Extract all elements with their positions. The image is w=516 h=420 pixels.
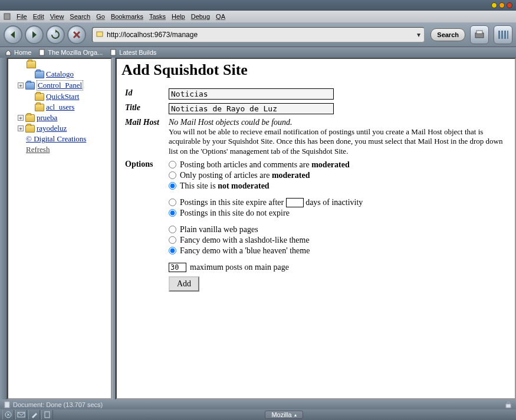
expand-icon[interactable]: + xyxy=(18,125,24,131)
urlbar-container: ▾ xyxy=(92,27,425,42)
folder-icon xyxy=(25,82,35,90)
tree-root[interactable] xyxy=(9,60,110,69)
throbber-icon xyxy=(497,28,510,41)
maxposts-input[interactable] xyxy=(169,263,186,272)
svg-rect-9 xyxy=(507,31,508,39)
radio-expire-days[interactable] xyxy=(169,199,176,206)
window-titlebar xyxy=(0,0,516,11)
svg-rect-12 xyxy=(5,402,9,408)
tree-item-control-panel[interactable]: + Control_Panel xyxy=(9,80,110,91)
radio-theme-blueheaven[interactable] xyxy=(169,247,176,254)
page-icon xyxy=(4,401,11,408)
add-button[interactable]: Add xyxy=(169,276,199,292)
close-button[interactable] xyxy=(507,2,512,8)
tree-item-acl-users[interactable]: acl_users xyxy=(9,102,110,113)
back-icon xyxy=(8,30,18,39)
radio-mod-articles[interactable] xyxy=(169,171,176,179)
reload-icon xyxy=(50,29,61,40)
svg-rect-3 xyxy=(97,32,103,37)
navigation-toolbar: ▾ Search xyxy=(0,22,516,47)
reload-button[interactable] xyxy=(46,25,65,44)
svg-rect-13 xyxy=(506,404,511,408)
folder-icon xyxy=(25,114,35,122)
form-table: Id Title Mail Host No Mail Host objects … xyxy=(121,86,510,294)
forward-icon xyxy=(29,30,39,39)
tree-item-prueba[interactable]: + prueba xyxy=(9,113,110,123)
tree-item-quickstart[interactable]: QuickStart xyxy=(9,91,110,102)
menu-search[interactable]: Search xyxy=(70,13,90,20)
expand-icon[interactable]: + xyxy=(18,115,24,121)
menu-bookmarks[interactable]: Bookmarks xyxy=(111,13,143,20)
home-bookmark[interactable]: Home xyxy=(2,49,34,56)
menubar: File Edit View Search Go Bookmarks Tasks… xyxy=(0,11,516,22)
minimize-button[interactable] xyxy=(491,2,497,8)
menu-go[interactable]: Go xyxy=(96,13,105,20)
radio-no-expire[interactable] xyxy=(169,209,176,217)
search-button[interactable]: Search xyxy=(430,28,465,41)
print-button[interactable] xyxy=(470,25,489,44)
menu-qa[interactable]: QA xyxy=(216,13,225,20)
home-icon xyxy=(5,49,12,56)
tasks-mozilla-button[interactable]: Mozilla xyxy=(265,411,303,419)
menu-tasks[interactable]: Tasks xyxy=(149,13,166,20)
radio-mod-none[interactable] xyxy=(169,182,176,190)
tree-copyright[interactable]: © Digital Creations xyxy=(9,134,110,144)
sidebar-grippy[interactable] xyxy=(0,58,7,399)
nav-tree: Catalogo + Control_Panel QuickStart acl_… xyxy=(7,58,112,399)
content-area: Catalogo + Control_Panel QuickStart acl_… xyxy=(0,58,516,399)
menu-edit[interactable]: Edit xyxy=(33,13,44,20)
radio-theme-plain[interactable] xyxy=(169,226,176,233)
mozilla-throbber[interactable] xyxy=(494,25,512,44)
security-icon[interactable] xyxy=(504,401,512,408)
title-input[interactable] xyxy=(169,103,334,114)
id-input[interactable] xyxy=(169,88,334,100)
stop-icon xyxy=(72,30,81,39)
forward-button[interactable] xyxy=(25,25,44,44)
svg-rect-5 xyxy=(476,31,482,34)
menu-help[interactable]: Help xyxy=(172,13,185,20)
moderation-options: Posting both articles and comments are m… xyxy=(169,160,507,191)
expand-icon[interactable]: + xyxy=(18,82,24,88)
bookmark-dropdown-icon[interactable] xyxy=(95,30,104,39)
theme-options: Plain vanilla web pages Fancy demo with … xyxy=(169,224,507,256)
stop-button[interactable] xyxy=(67,25,86,44)
mail-icon[interactable] xyxy=(15,410,27,419)
mailhost-warning: No Mail Host objects could be found. xyxy=(169,118,507,127)
page-icon xyxy=(110,49,117,56)
radio-theme-slashdot[interactable] xyxy=(169,236,176,244)
svg-rect-10 xyxy=(40,49,44,55)
svg-rect-8 xyxy=(504,31,506,39)
tree-refresh[interactable]: Refresh xyxy=(9,144,110,155)
status-text: Document: Done (13.707 secs) xyxy=(13,401,103,408)
navigator-icon[interactable] xyxy=(2,410,14,419)
urlbar-dropdown-icon[interactable]: ▾ xyxy=(413,31,424,39)
svg-rect-11 xyxy=(111,49,116,55)
maximize-button[interactable] xyxy=(499,2,505,8)
addressbook-icon[interactable] xyxy=(41,410,53,419)
svg-rect-0 xyxy=(4,14,10,19)
menu-view[interactable]: View xyxy=(50,13,64,20)
menu-debug[interactable]: Debug xyxy=(191,13,210,20)
svg-rect-7 xyxy=(501,31,503,39)
back-button[interactable] xyxy=(4,25,22,44)
expire-days-input[interactable] xyxy=(286,198,304,207)
menu-file[interactable]: File xyxy=(17,13,27,20)
url-input[interactable] xyxy=(107,28,413,42)
folder-icon xyxy=(27,61,36,68)
personal-toolbar: Home The Mozilla Orga... Latest Builds xyxy=(0,47,516,58)
tree-item-rayodeluz[interactable]: + rayodeluz xyxy=(9,123,110,134)
app-icon xyxy=(4,13,11,20)
mozilla-org-bookmark[interactable]: The Mozilla Orga... xyxy=(36,49,105,56)
page-heading: Add Squishdot Site xyxy=(121,61,510,79)
page-icon xyxy=(38,49,45,56)
radio-mod-both[interactable] xyxy=(169,161,176,168)
maxposts-row: maximum posts on main page xyxy=(169,262,507,273)
latest-builds-bookmark[interactable]: Latest Builds xyxy=(107,49,159,56)
folder-icon xyxy=(35,71,44,78)
composer-icon[interactable] xyxy=(28,410,40,419)
label-mailhost: Mail Host xyxy=(123,117,165,157)
label-id: Id xyxy=(123,87,165,101)
folder-icon xyxy=(35,104,44,111)
tree-item-catalogo[interactable]: Catalogo xyxy=(9,69,110,80)
label-options: Options xyxy=(123,158,165,293)
